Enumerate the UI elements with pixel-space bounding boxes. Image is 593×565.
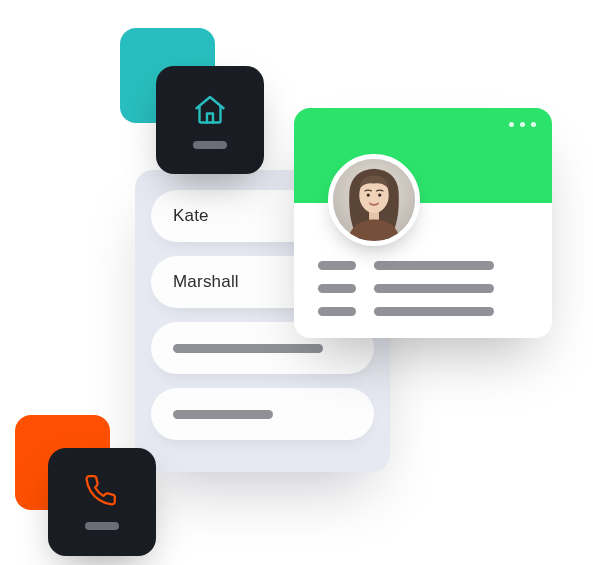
placeholder-bar (318, 307, 356, 316)
svg-point-4 (378, 193, 381, 196)
more-icon[interactable] (509, 122, 536, 127)
last-name-value: Marshall (173, 272, 239, 292)
profile-row (318, 307, 528, 316)
phone-tile[interactable] (48, 448, 156, 556)
home-tile[interactable] (156, 66, 264, 174)
svg-point-3 (367, 193, 370, 196)
placeholder-bar (374, 261, 494, 270)
placeholder-bar (318, 284, 356, 293)
avatar (328, 154, 420, 246)
phone-icon (85, 474, 119, 508)
placeholder-bar (374, 307, 494, 316)
tile-label-placeholder (193, 141, 227, 149)
form-field-placeholder-2[interactable] (151, 388, 374, 440)
placeholder-bar (374, 284, 494, 293)
placeholder-bar (318, 261, 356, 270)
profile-row (318, 284, 528, 293)
home-icon (192, 91, 228, 127)
first-name-value: Kate (173, 206, 209, 226)
profile-row (318, 261, 528, 270)
placeholder-bar (173, 344, 323, 353)
tile-label-placeholder (85, 522, 119, 530)
profile-card (294, 108, 552, 338)
placeholder-bar (173, 410, 273, 419)
